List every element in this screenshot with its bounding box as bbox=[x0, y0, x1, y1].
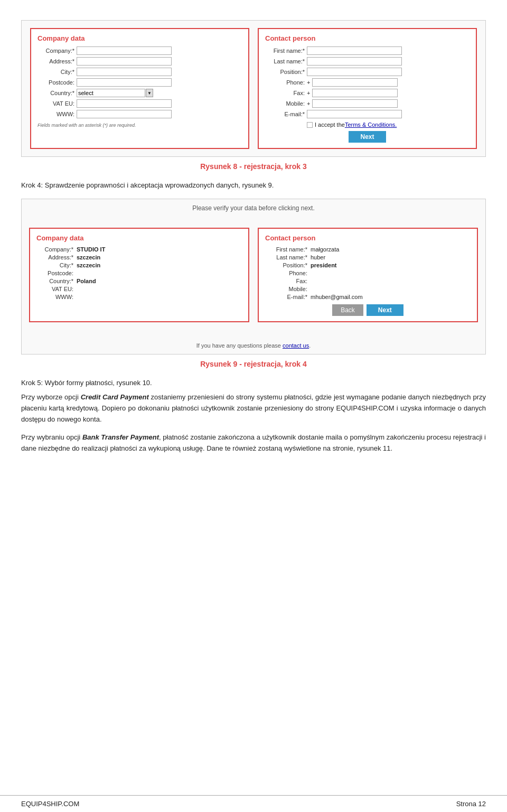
company-data-verify-panel: Company data Company:* STUDIO IT Address… bbox=[29, 228, 249, 322]
contact-verify-fax: Fax: bbox=[265, 278, 471, 284]
contact-verify-lastname-value: huber bbox=[311, 254, 325, 260]
phone-row: Phone: + bbox=[265, 78, 470, 87]
phone-label: Phone: bbox=[265, 79, 305, 86]
mobile-prefix: + bbox=[307, 100, 310, 107]
country-select-wrapper: ▼ bbox=[77, 89, 242, 97]
contact-verify-lastname: Last name:* huber bbox=[265, 254, 471, 260]
address-row: Address:* bbox=[37, 57, 242, 66]
company-verify-vat-label: VAT EU: bbox=[36, 286, 73, 292]
if-questions: If you have any questions please contact… bbox=[22, 342, 485, 354]
company-verify-address: Address:* szczecin bbox=[36, 254, 242, 260]
address-input[interactable] bbox=[77, 57, 172, 66]
terms-row: I accept the Terms & Conditions. bbox=[307, 122, 470, 128]
company-verify-postcode-label: Postcode: bbox=[36, 270, 73, 276]
email-label: E-mail:* bbox=[265, 111, 305, 117]
contact-verify-email-value: mhuber@gmail.com bbox=[311, 294, 363, 300]
firstname-input[interactable] bbox=[307, 46, 402, 55]
contact-verify-firstname: First name:* małgorzata bbox=[265, 246, 471, 253]
phone-input[interactable] bbox=[312, 78, 398, 87]
footer-right: Strona 12 bbox=[456, 800, 486, 808]
if-questions-text: If you have any questions please bbox=[196, 342, 283, 349]
company-verify-country-value: Poland bbox=[77, 278, 96, 284]
back-button-fig9[interactable]: Back bbox=[332, 304, 363, 316]
company-verify-title: Company data bbox=[36, 234, 242, 242]
contact-verify-phone-label: Phone: bbox=[265, 270, 307, 276]
company-verify-company-value: STUDIO IT bbox=[77, 246, 105, 253]
vat-row: VAT EU: bbox=[37, 99, 242, 108]
contact-verify-email: E-mail:* mhuber@gmail.com bbox=[265, 294, 471, 300]
company-verify-country: Country:* Poland bbox=[36, 278, 242, 284]
company-verify-www-label: WWW: bbox=[36, 294, 73, 300]
figure9-caption: Rysunek 9 - rejestracja, krok 4 bbox=[21, 360, 486, 368]
company-input[interactable] bbox=[77, 46, 172, 55]
mobile-input[interactable] bbox=[312, 99, 398, 108]
paragraph2: Przy wybraniu opcji Bank Transfer Paymen… bbox=[21, 432, 486, 454]
contact-verify-firstname-label: First name:* bbox=[265, 246, 307, 253]
company-verify-country-label: Country:* bbox=[36, 278, 73, 284]
company-verify-city-label: City:* bbox=[36, 262, 73, 268]
company-panel-title: Company data bbox=[37, 34, 242, 42]
company-verify-company-label: Company:* bbox=[36, 246, 73, 253]
company-verify-postcode: Postcode: bbox=[36, 270, 242, 276]
company-verify-address-value: szczecin bbox=[77, 254, 100, 260]
terms-link[interactable]: Terms & Conditions. bbox=[345, 122, 397, 128]
terms-checkbox[interactable] bbox=[307, 122, 313, 128]
contact-panel-title: Contact person bbox=[265, 34, 470, 42]
fields-note: Fields marked with an asterisk (*) are r… bbox=[37, 123, 242, 128]
email-row: E-mail:* bbox=[265, 110, 470, 118]
country-row: Country:* ▼ bbox=[37, 89, 242, 97]
firstname-label: First name:* bbox=[265, 48, 305, 54]
country-select[interactable] bbox=[77, 89, 145, 97]
contact-verify-title: Contact person bbox=[265, 234, 471, 242]
contact-verify-firstname-value: małgorzata bbox=[311, 246, 339, 253]
www-row: WWW: bbox=[37, 110, 242, 118]
mobile-row: Mobile: + bbox=[265, 99, 470, 108]
city-label: City:* bbox=[37, 69, 74, 75]
contact-verify-position-label: Position:* bbox=[265, 262, 307, 268]
email-input[interactable] bbox=[307, 110, 402, 118]
company-label: Company:* bbox=[37, 48, 74, 54]
paragraph1: Przy wyborze opcji Credit Card Payment z… bbox=[21, 392, 486, 425]
contact-person-panel: Contact person First name:* Last name:* … bbox=[258, 28, 477, 149]
postcode-row: Postcode: bbox=[37, 78, 242, 87]
company-verify-city: City:* szczecin bbox=[36, 262, 242, 268]
position-row: Position:* bbox=[265, 68, 470, 76]
city-row: City:* bbox=[37, 68, 242, 76]
vat-input[interactable] bbox=[77, 99, 172, 108]
page-footer: EQUIP4SHIP.COM Strona 12 bbox=[0, 795, 507, 812]
phone-prefix: + bbox=[307, 79, 310, 86]
footer-left: EQUIP4SHIP.COM bbox=[21, 800, 79, 808]
www-input[interactable] bbox=[77, 110, 172, 118]
contact-verify-lastname-label: Last name:* bbox=[265, 254, 307, 260]
lastname-input[interactable] bbox=[307, 57, 402, 66]
verify-notice: Please verify your data before clicking … bbox=[22, 199, 485, 215]
next-button-fig9[interactable]: Next bbox=[367, 304, 403, 316]
postcode-input[interactable] bbox=[77, 78, 172, 87]
fax-input[interactable] bbox=[312, 89, 398, 97]
next-btn-row: Next bbox=[265, 131, 470, 143]
lastname-row: Last name:* bbox=[265, 57, 470, 66]
fax-prefix: + bbox=[307, 90, 310, 96]
country-dropdown-arrow[interactable]: ▼ bbox=[146, 89, 153, 97]
mobile-label: Mobile: bbox=[265, 100, 305, 107]
fax-label: Fax: bbox=[265, 90, 305, 96]
position-input[interactable] bbox=[307, 68, 402, 76]
contact-verify-position: Position:* president bbox=[265, 262, 471, 268]
contact-verify-position-value: president bbox=[311, 262, 337, 268]
company-verify-city-value: szczecin bbox=[77, 262, 100, 268]
contact-verify-fax-label: Fax: bbox=[265, 278, 307, 284]
company-row: Company:* bbox=[37, 46, 242, 55]
firstname-row: First name:* bbox=[265, 46, 470, 55]
step5-heading: Krok 5: Wybór formy płatności, rysunek 1… bbox=[21, 379, 486, 387]
terms-text: I accept the bbox=[315, 122, 345, 128]
contact-verify-mobile: Mobile: bbox=[265, 286, 471, 292]
if-questions-text2: . bbox=[309, 342, 311, 349]
figure8-caption: Rysunek 8 - rejestracja, krok 3 bbox=[21, 162, 486, 171]
next-button-fig8[interactable]: Next bbox=[349, 131, 386, 143]
contact-verify-mobile-label: Mobile: bbox=[265, 286, 307, 292]
contact-verify-phone: Phone: bbox=[265, 270, 471, 276]
city-input[interactable] bbox=[77, 68, 172, 76]
contact-us-link[interactable]: contact us bbox=[283, 342, 309, 349]
postcode-label: Postcode: bbox=[37, 79, 74, 86]
address-label: Address:* bbox=[37, 58, 74, 64]
